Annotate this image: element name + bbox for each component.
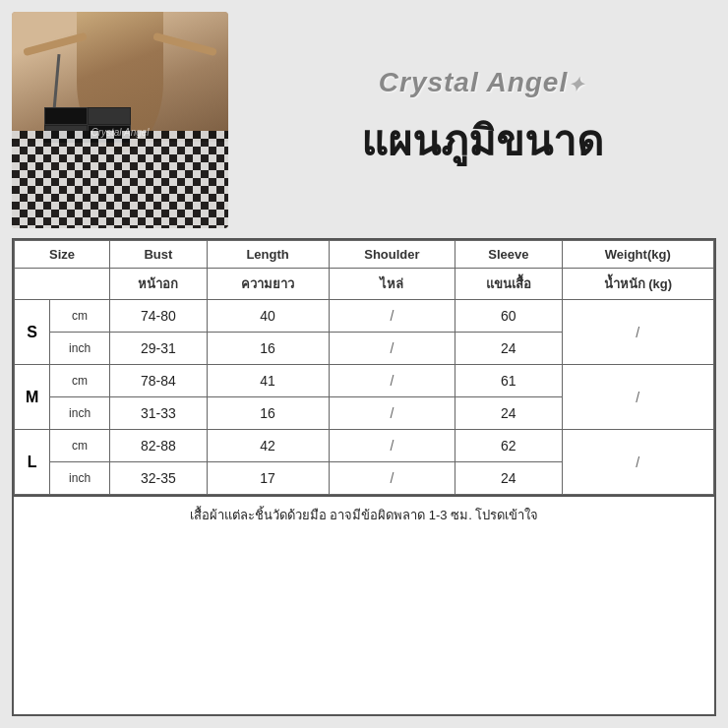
table-row: Scm74-8040/60/ [15, 300, 714, 333]
shoulder-cell: / [329, 333, 455, 365]
size-label-s: S [15, 300, 50, 365]
shoulder-cell: / [329, 365, 455, 397]
shoulder-cell: / [329, 300, 455, 333]
size-chart-table: Size Bust Length Shoulder Sleeve Weight(… [12, 238, 716, 716]
bust-cell: 82-88 [110, 430, 207, 462]
unit-cell: cm [50, 300, 110, 333]
length-cell: 17 [207, 462, 329, 495]
length-subheader: ความยาว [207, 269, 329, 300]
shoulder-cell: / [329, 462, 455, 495]
sleeve-subheader: แขนเสื้อ [455, 269, 562, 300]
table-header-row2: หน้าอก ความยาว ไหล่ แขนเสื้อ น้ำหนัก (kg… [15, 269, 714, 300]
size-label-l: L [15, 430, 50, 495]
unit-cell: cm [50, 430, 110, 462]
length-cell: 41 [207, 365, 329, 397]
unit-cell: inch [50, 333, 110, 365]
bust-cell: 29-31 [110, 333, 207, 365]
table-row: Mcm78-8441/61/ [15, 365, 714, 397]
product-image: Crystal Angel [12, 12, 228, 228]
length-cell: 16 [207, 397, 329, 430]
top-section: Crystal Angel Crystal Angel✦ แผนภูมิขนาด [12, 12, 716, 228]
image-watermark: Crystal Angel [91, 127, 149, 138]
size-subheader [15, 269, 110, 300]
size-tbody: Scm74-8040/60/inch29-3116/24Mcm78-8441/6… [15, 300, 714, 495]
weight-subheader: น้ำหนัก (kg) [562, 269, 713, 300]
length-cell: 40 [207, 300, 329, 333]
shoulder-cell: / [329, 397, 455, 430]
sleeve-cell: 62 [455, 430, 562, 462]
weight-header: Weight(kg) [562, 241, 713, 269]
shoulder-subheader: ไหล่ [329, 269, 455, 300]
length-cell: 16 [207, 333, 329, 365]
weight-cell: / [562, 365, 713, 430]
bust-cell: 31-33 [110, 397, 207, 430]
bust-cell: 74-80 [110, 300, 207, 333]
shoulder-header: Shoulder [329, 241, 455, 269]
sleeve-cell: 24 [455, 333, 562, 365]
weight-cell: / [562, 300, 713, 365]
sleeve-cell: 60 [455, 300, 562, 333]
brand-name: Crystal Angel✦ [379, 67, 585, 98]
table-header-row1: Size Bust Length Shoulder Sleeve Weight(… [15, 241, 714, 269]
brand-name-text: Crystal Angel [379, 67, 568, 97]
size-table: Size Bust Length Shoulder Sleeve Weight(… [14, 240, 714, 495]
sleeve-cell: 24 [455, 397, 562, 430]
size-label-m: M [15, 365, 50, 430]
bust-subheader: หน้าอก [110, 269, 207, 300]
shoulder-cell: / [329, 430, 455, 462]
size-header: Size [15, 241, 110, 269]
bust-cell: 78-84 [110, 365, 207, 397]
length-header: Length [207, 241, 329, 269]
bust-header: Bust [110, 241, 207, 269]
brand-star: ✦ [568, 74, 585, 95]
table-row: Lcm82-8842/62/ [15, 430, 714, 462]
title-section: Crystal Angel✦ แผนภูมิขนาด [228, 67, 716, 173]
page-title: แผนภูมิขนาด [361, 108, 603, 173]
unit-cell: inch [50, 397, 110, 430]
unit-cell: cm [50, 365, 110, 397]
weight-cell: / [562, 430, 713, 495]
unit-cell: inch [50, 462, 110, 495]
bust-cell: 32-35 [110, 462, 207, 495]
sleeve-cell: 24 [455, 462, 562, 495]
sleeve-header: Sleeve [455, 241, 562, 269]
sleeve-cell: 61 [455, 365, 562, 397]
length-cell: 42 [207, 430, 329, 462]
page-container: Crystal Angel Crystal Angel✦ แผนภูมิขนาด… [0, 0, 728, 728]
footer-note: เสื้อผ้าแต่ละชิ้นวัดด้วยมือ อาจมีข้อผิดพ… [14, 495, 714, 533]
